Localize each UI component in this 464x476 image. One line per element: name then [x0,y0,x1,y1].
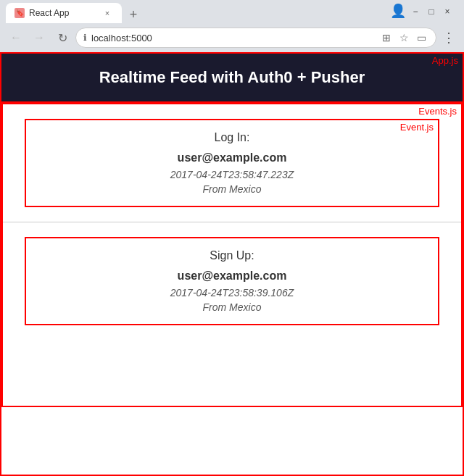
event-item-login: Event.js Log In: user@example.com 2017-0… [25,119,439,207]
tab-favicon: 🔖 [14,8,25,18]
forward-button[interactable]: → [29,28,49,48]
address-icons: ⊞ ☆ ▭ [379,30,428,45]
window-controls: − □ × [405,7,458,17]
event-timestamp-login: 2017-04-24T23:58:47.223Z [37,169,427,180]
event-type-signup: Sign Up: [37,249,427,262]
bookmark-icon[interactable]: ☆ [397,30,411,45]
back-button[interactable]: ← [6,28,26,48]
event-timestamp-signup: 2017-04-24T23:58:39.106Z [37,287,427,298]
maximize-button[interactable]: □ [426,7,436,17]
address-text: localhost:5000 [91,33,375,43]
cast-icon[interactable]: ▭ [414,30,428,45]
event-location-login: From Mexico [37,183,427,195]
tab-area: 🔖 React App × + [6,0,405,23]
active-tab[interactable]: 🔖 React App × [6,3,122,23]
event-divider [3,222,461,222]
event-email-login: user@example.com [37,151,427,164]
menu-button[interactable]: ⋮ [439,30,458,46]
event-email-signup: user@example.com [37,270,427,283]
address-input[interactable]: ℹ localhost:5000 ⊞ ☆ ▭ [75,28,436,48]
tab-title: React App [29,8,97,18]
tab-close-button[interactable]: × [102,7,113,19]
event-js-label: Event.js [400,122,434,133]
title-bar: 👤 🔖 React App × + − □ × [0,0,464,23]
app-header: Realtime Feed with Auth0 + Pusher [1,54,463,103]
translate-icon[interactable]: ⊞ [379,30,394,45]
event-item-signup: Sign Up: user@example.com 2017-04-24T23:… [25,237,439,325]
event-type-login: Log In: [37,131,427,144]
profile-icon[interactable]: 👤 [390,3,406,19]
new-tab-button[interactable]: + [125,6,142,23]
lock-icon: ℹ [83,33,87,43]
browser-window: 👤 🔖 React App × + − □ × ← → ↻ ℹ localhos… [0,0,464,476]
app-js-label: App.js [432,55,458,66]
minimize-button[interactable]: − [410,7,420,17]
reload-button[interactable]: ↻ [52,28,72,48]
page-content: App.js Realtime Feed with Auth0 + Pusher… [0,52,464,476]
events-js-label: Events.js [418,106,457,117]
address-bar: ← → ↻ ℹ localhost:5000 ⊞ ☆ ▭ ⋮ [0,23,464,52]
event-location-signup: From Mexico [37,301,427,313]
events-section: Events.js Event.js Log In: user@example.… [1,103,463,407]
app-header-title: Realtime Feed with Auth0 + Pusher [99,68,365,86]
window-close-button[interactable]: × [442,7,452,17]
